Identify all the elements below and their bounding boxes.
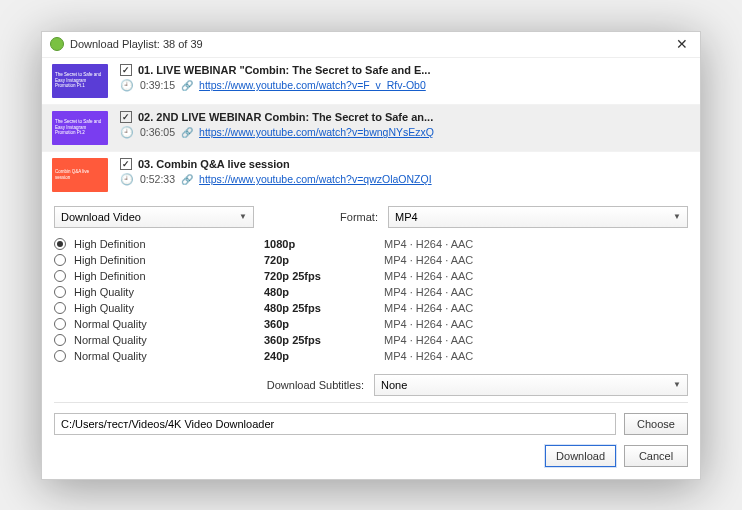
playlist-row[interactable]: The Secret to Safe and Easy Instagram Pr… (42, 105, 700, 152)
app-icon (50, 37, 64, 51)
format-value: MP4 (395, 211, 418, 223)
quality-label: Normal Quality (74, 334, 264, 346)
chevron-down-icon: ▼ (673, 212, 681, 221)
row-content: ✓ 02. 2ND LIVE WEBINAR Combin: The Secre… (120, 111, 690, 145)
thumbnail-text: The Secret to Safe and Easy Instagram Pr… (55, 72, 105, 88)
titlebar: Download Playlist: 38 of 39 ✕ (42, 32, 700, 58)
quality-label: Normal Quality (74, 318, 264, 330)
quality-resolution: 1080p (264, 238, 384, 250)
clock-icon: 🕘 (120, 126, 134, 139)
quality-resolution: 360p 25fps (264, 334, 384, 346)
quality-codec: MP4 · H264 · AAC (384, 238, 473, 250)
quality-option[interactable]: High Definition 1080p MP4 · H264 · AAC (54, 236, 688, 252)
download-playlist-window: Download Playlist: 38 of 39 ✕ The Secret… (41, 31, 701, 480)
row-content: ✓ 01. LIVE WEBINAR "Combin: The Secret t… (120, 64, 690, 98)
quality-label: High Quality (74, 286, 264, 298)
video-duration: 0:39:15 (140, 79, 175, 91)
video-duration: 0:36:05 (140, 126, 175, 138)
radio-icon[interactable] (54, 350, 66, 362)
quality-label: High Definition (74, 238, 264, 250)
radio-icon[interactable] (54, 318, 66, 330)
clock-icon: 🕘 (120, 79, 134, 92)
clock-icon: 🕘 (120, 173, 134, 186)
quality-label: High Definition (74, 254, 264, 266)
radio-icon[interactable] (54, 270, 66, 282)
radio-icon[interactable] (54, 238, 66, 250)
playlist-row[interactable]: Combin Q&A live session ✓ 03. Combin Q&A… (42, 152, 700, 198)
quality-codec: MP4 · H264 · AAC (384, 350, 473, 362)
playlist-row[interactable]: The Secret to Safe and Easy Instagram Pr… (42, 58, 700, 105)
subtitles-select[interactable]: None ▼ (374, 374, 688, 396)
close-icon[interactable]: ✕ (672, 36, 692, 52)
quality-codec: MP4 · H264 · AAC (384, 270, 473, 282)
quality-resolution: 720p (264, 254, 384, 266)
quality-option[interactable]: Normal Quality 240p MP4 · H264 · AAC (54, 348, 688, 364)
radio-icon[interactable] (54, 302, 66, 314)
quality-label: High Quality (74, 302, 264, 314)
quality-resolution: 480p (264, 286, 384, 298)
playlist: The Secret to Safe and Easy Instagram Pr… (42, 58, 700, 198)
checkbox[interactable]: ✓ (120, 158, 132, 170)
window-title: Download Playlist: 38 of 39 (70, 38, 203, 50)
quality-codec: MP4 · H264 · AAC (384, 286, 473, 298)
video-thumbnail: Combin Q&A live session (52, 158, 108, 192)
choose-button[interactable]: Choose (624, 413, 688, 435)
checkbox[interactable]: ✓ (120, 64, 132, 76)
quality-codec: MP4 · H264 · AAC (384, 318, 473, 330)
link-icon: 🔗 (181, 80, 193, 91)
quality-codec: MP4 · H264 · AAC (384, 334, 473, 346)
checkbox[interactable]: ✓ (120, 111, 132, 123)
quality-codec: MP4 · H264 · AAC (384, 254, 473, 266)
radio-icon[interactable] (54, 286, 66, 298)
thumbnail-text: Combin Q&A live session (55, 169, 105, 180)
video-url[interactable]: https://www.youtube.com/watch?v=bwngNYsE… (199, 126, 434, 138)
format-select[interactable]: MP4 ▼ (388, 206, 688, 228)
format-label: Format: (340, 211, 378, 223)
radio-icon[interactable] (54, 254, 66, 266)
quality-option[interactable]: High Definition 720p 25fps MP4 · H264 · … (54, 268, 688, 284)
download-button[interactable]: Download (545, 445, 616, 467)
quality-resolution: 480p 25fps (264, 302, 384, 314)
divider (54, 402, 688, 403)
quality-resolution: 240p (264, 350, 384, 362)
quality-option[interactable]: High Quality 480p MP4 · H264 · AAC (54, 284, 688, 300)
quality-resolution: 720p 25fps (264, 270, 384, 282)
link-icon: 🔗 (181, 127, 193, 138)
quality-option[interactable]: High Definition 720p MP4 · H264 · AAC (54, 252, 688, 268)
quality-option[interactable]: High Quality 480p 25fps MP4 · H264 · AAC (54, 300, 688, 316)
subtitles-label: Download Subtitles: (54, 379, 364, 391)
download-mode-select[interactable]: Download Video ▼ (54, 206, 254, 228)
link-icon: 🔗 (181, 174, 193, 185)
quality-option[interactable]: Normal Quality 360p MP4 · H264 · AAC (54, 316, 688, 332)
controls-panel: Download Video ▼ Format: MP4 ▼ High Defi… (42, 198, 700, 479)
chevron-down-icon: ▼ (239, 212, 247, 221)
cancel-button[interactable]: Cancel (624, 445, 688, 467)
quality-label: High Definition (74, 270, 264, 282)
download-mode-value: Download Video (61, 211, 141, 223)
row-content: ✓ 03. Combin Q&A live session 🕘 0:52:33 … (120, 158, 690, 192)
chevron-down-icon: ▼ (673, 380, 681, 389)
video-thumbnail: The Secret to Safe and Easy Instagram Pr… (52, 64, 108, 98)
video-thumbnail: The Secret to Safe and Easy Instagram Pr… (52, 111, 108, 145)
video-url[interactable]: https://www.youtube.com/watch?v=qwzOlaON… (199, 173, 432, 185)
video-title: 01. LIVE WEBINAR "Combin: The Secret to … (138, 64, 430, 76)
radio-icon[interactable] (54, 334, 66, 346)
quality-option[interactable]: Normal Quality 360p 25fps MP4 · H264 · A… (54, 332, 688, 348)
video-url[interactable]: https://www.youtube.com/watch?v=F_v_Rfv-… (199, 79, 426, 91)
video-title: 02. 2ND LIVE WEBINAR Combin: The Secret … (138, 111, 433, 123)
thumbnail-text: The Secret to Safe and Easy Instagram Pr… (55, 119, 105, 135)
quality-list: High Definition 1080p MP4 · H264 · AAC H… (54, 236, 688, 364)
quality-codec: MP4 · H264 · AAC (384, 302, 473, 314)
quality-label: Normal Quality (74, 350, 264, 362)
save-path-input[interactable] (54, 413, 616, 435)
video-duration: 0:52:33 (140, 173, 175, 185)
subtitles-value: None (381, 379, 407, 391)
quality-resolution: 360p (264, 318, 384, 330)
video-title: 03. Combin Q&A live session (138, 158, 290, 170)
